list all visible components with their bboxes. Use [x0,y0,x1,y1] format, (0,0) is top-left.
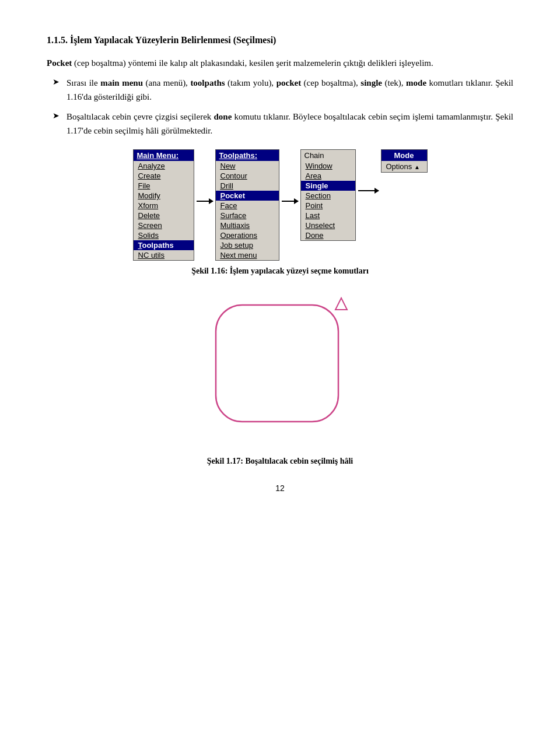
chain-item-point: Point [301,201,355,211]
toolpaths-box: Toolpaths: New Contour Drill Pocket Face… [215,149,279,261]
menu-item-screen: Screen [134,220,194,230]
arrow-1 [194,201,215,202]
pocket-bold: Pocket [47,58,72,68]
chain-item-done: Done [301,230,355,240]
menu-diagram: Main Menu: Analyze Create File Modify Xf… [133,149,428,261]
done-bold: done [214,112,232,121]
tp-item-operations: Operations [216,230,279,240]
mode-item-options: Options ▲ [382,161,427,172]
arrow-line-3 [358,190,379,191]
toolpaths-bold: toolpaths [190,78,225,87]
mode-title: Mode [382,150,427,161]
section-title: 1.1.5. İşlem Yapılacak Yüzeylerin Belirl… [47,35,513,45]
chain-item-section: Section [301,191,355,201]
mode-box: Mode Options ▲ [381,149,428,173]
chain-item-unselect: Unselect [301,220,355,230]
menu-item-analyze: Analyze [134,161,194,171]
mode-bold: mode [406,78,426,87]
figure-17: Şekil 1.17: Boşaltılacak cebin seçilmiş … [47,288,513,466]
chain-title: Chain [301,150,355,161]
tp-item-contour: Contour [216,171,279,181]
svg-marker-1 [335,298,347,310]
menu-item-delete: Delete [134,211,194,220]
menu-item-modify: Modify [134,191,194,201]
arrow-3 [356,190,381,191]
tp-item-surface: Surface [216,211,279,220]
main-menu-box: Main Menu: Analyze Create File Modify Xf… [133,149,194,261]
page-number: 12 [47,483,513,493]
tp-item-jobsetup: Job setup [216,240,279,250]
menu-item-create: Create [134,171,194,181]
figure-17-caption: Şekil 1.17: Boşaltılacak cebin seçilmiş … [207,457,353,466]
chain-box: Chain Window Area Single Section Point L… [300,149,356,241]
toolpaths-title: Toolpaths: [216,150,279,161]
menu-item-ncutils: NC utils [134,250,194,260]
bullet-text-1: Sırası ile main menu (ana menü), toolpat… [66,76,513,104]
chain-item-area: Area [301,171,355,181]
menu-item-file: File [134,181,194,191]
arrow-line-2 [282,201,298,202]
main-menu-title: Main Menu: [134,150,194,161]
tp-item-new: New [216,161,279,171]
bullet-text-2: Boşaltılacak cebin çevre çizgisi seçiler… [66,110,513,138]
chain-item-single: Single [301,181,355,191]
pocket-shape-container [192,288,368,451]
pocket-svg [192,288,368,451]
single-bold: single [360,78,382,87]
menu-item-solids: Solids [134,230,194,240]
tp-item-pocket: Pocket [216,191,279,201]
tp-item-drill: Drill [216,181,279,191]
chain-item-window: Window [301,161,355,171]
tp-item-nextmenu: Next menu [216,250,279,260]
main-menu-bold: main menu [100,78,143,87]
paragraph-1: Pocket (cep boşaltma) yöntemi ile kalıp … [47,56,513,70]
bullet-arrow-1: ➤ [52,77,60,87]
bullet-2: ➤ Boşaltılacak cebin çevre çizgisi seçil… [52,110,513,138]
bullet-arrow-2: ➤ [52,111,60,121]
arrow-line-1 [197,201,213,202]
menu-item-toolpaths: Toolpaths [134,240,194,250]
page: 1.1.5. İşlem Yapılacak Yüzeylerin Belirl… [0,0,560,729]
svg-rect-0 [216,305,338,422]
figure-16: Main Menu: Analyze Create File Modify Xf… [47,149,513,276]
figure-16-caption: Şekil 1.16: İşlem yapılacak yüzeyi seçme… [191,267,369,276]
bullet-1: ➤ Sırası ile main menu (ana menü), toolp… [52,76,513,104]
pocket-bold2: pocket [276,78,302,87]
tp-item-face: Face [216,201,279,211]
arrow-2 [279,201,300,202]
tp-item-multiaxis: Multiaxis [216,220,279,230]
menu-item-xform: Xform [134,201,194,211]
chain-item-last: Last [301,211,355,220]
